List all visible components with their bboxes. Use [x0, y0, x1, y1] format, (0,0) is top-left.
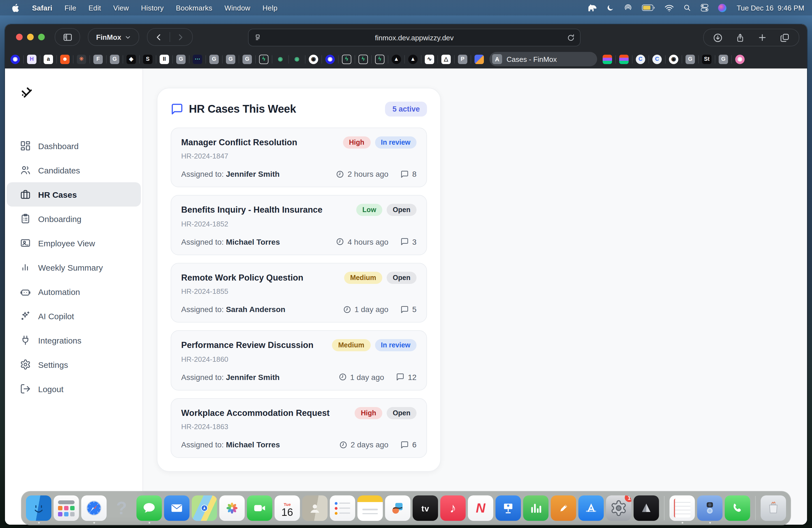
airdrop-icon[interactable] — [623, 4, 632, 12]
menu-item-history[interactable]: History — [135, 4, 170, 12]
favorite-g-grey-icon[interactable]: G — [176, 54, 186, 64]
dock-item-prism[interactable] — [634, 495, 659, 521]
menu-item-help[interactable]: Help — [256, 4, 284, 12]
favorite-storybook-icon[interactable]: St — [702, 54, 711, 64]
favorite-figma-icon[interactable] — [603, 54, 612, 64]
favorite-pen-duotone-icon[interactable] — [475, 54, 484, 64]
dock-item-freeform[interactable] — [385, 495, 410, 521]
sidebar-item-dashboard[interactable]: Dashboard — [6, 134, 141, 158]
favorite-g-grey-icon[interactable]: G — [209, 54, 219, 64]
favorite-sail-white-icon[interactable]: △ — [441, 54, 451, 64]
favorite-spiral-green-icon[interactable]: ◉ — [292, 54, 302, 64]
apple-menu-icon[interactable] — [11, 3, 19, 12]
favorite-diamond-black-icon[interactable]: ◈ — [127, 54, 136, 64]
dock-item-keynote[interactable] — [495, 495, 521, 521]
dock-item-contacts[interactable] — [302, 495, 328, 521]
dock-item-notes[interactable] — [358, 495, 383, 521]
favorite-spiral-green-icon[interactable]: ◉ — [276, 54, 285, 64]
siri-icon[interactable] — [718, 4, 726, 12]
menu-item-safari[interactable]: Safari — [26, 4, 58, 12]
sidebar-item-settings[interactable]: Settings — [6, 352, 141, 377]
favorite-figma-icon[interactable] — [619, 54, 628, 64]
spotlight-search-icon[interactable] — [683, 4, 691, 12]
dock-item-settings[interactable]: 1 — [606, 495, 632, 521]
menu-item-view[interactable]: View — [107, 4, 135, 12]
sidebar-item-onboarding[interactable]: Onboarding — [6, 207, 141, 231]
share-button[interactable] — [735, 32, 745, 43]
favorite-bolt-dark-icon[interactable]: ϟ — [259, 54, 269, 64]
case-card[interactable]: Remote Work Policy QuestionMediumOpenHR-… — [171, 263, 427, 323]
dock-item-camera-app[interactable] — [697, 495, 723, 521]
menu-bar-clock[interactable]: Tue Dec 16 9:46 PM — [737, 4, 804, 12]
sidebar-item-automation[interactable]: Automation — [6, 279, 141, 304]
address-bar[interactable]: finmox.dev.appwizzy.dev — [248, 29, 581, 46]
tab-cases-finmox[interactable]: A Cases - FinMox — [489, 52, 597, 66]
dock-item-appletv[interactable]: tv — [412, 495, 438, 521]
close-window-button[interactable] — [16, 34, 23, 40]
tab-overview-button[interactable] — [779, 32, 790, 43]
page-format-icon[interactable] — [253, 33, 262, 42]
favorite-script-black-icon[interactable]: S — [143, 54, 153, 64]
minimize-window-button[interactable] — [27, 34, 34, 40]
favorite-g-grey-icon[interactable]: G — [685, 54, 695, 64]
favorite-g-grey-icon[interactable]: G — [243, 54, 252, 64]
favorite-g-grey-icon[interactable]: G — [719, 54, 728, 64]
case-card[interactable]: Benefits Inquiry - Health InsuranceLowOp… — [171, 195, 427, 255]
profile-switcher[interactable]: FinMox — [88, 28, 139, 46]
dock-item-help[interactable]: ? — [109, 495, 134, 521]
favorite-dots-dark-icon[interactable]: ⋯ — [193, 54, 202, 64]
zoom-window-button[interactable] — [38, 34, 45, 40]
favorite-reddit-icon[interactable]: ☻ — [60, 54, 70, 64]
sidebar-item-weekly-summary[interactable]: Weekly Summary — [6, 255, 141, 279]
menu-item-file[interactable]: File — [58, 4, 82, 12]
sidebar-item-logout[interactable]: Logout — [6, 377, 141, 401]
sidebar-item-hr-cases[interactable]: HR Cases — [6, 182, 141, 207]
reload-icon[interactable] — [567, 33, 575, 42]
sidebar-toggle-button[interactable] — [55, 28, 80, 46]
pet-icon[interactable] — [586, 4, 597, 12]
menu-item-edit[interactable]: Edit — [82, 4, 107, 12]
new-tab-button[interactable] — [757, 33, 767, 43]
dock-item-numbers[interactable] — [523, 495, 549, 521]
finmox-logo-icon[interactable] — [20, 86, 33, 98]
favorite-openai-white-icon[interactable]: ◉ — [669, 54, 678, 64]
dock-item-news[interactable]: N — [468, 495, 493, 521]
dock-item-safari[interactable] — [81, 495, 106, 521]
favorite-openai-blue-icon[interactable]: ◉ — [325, 54, 335, 64]
wifi-icon[interactable] — [664, 4, 673, 11]
dock-item-appstore[interactable] — [578, 495, 604, 521]
favorite-bolt-dark-icon[interactable]: ϟ — [342, 54, 351, 64]
case-card[interactable]: Manager Conflict ResolutionHighIn review… — [171, 128, 427, 188]
dock-item-messages[interactable] — [136, 495, 162, 521]
dock-item-music[interactable]: ♪ — [440, 495, 466, 521]
dock-item-facetime[interactable] — [247, 495, 272, 521]
sidebar-item-ai-copilot[interactable]: AI Copilot — [6, 304, 141, 328]
sidebar-item-employee-view[interactable]: Employee View — [6, 231, 141, 255]
dock-item-calendar[interactable]: Tue16 — [275, 495, 300, 521]
dock-item-trash[interactable] — [760, 495, 786, 521]
dock-item-textedit[interactable] — [669, 495, 695, 521]
favorite-c-blue-icon[interactable]: C — [652, 54, 662, 64]
back-button[interactable] — [150, 32, 167, 42]
dock-item-finder[interactable] — [26, 495, 52, 521]
forward-button[interactable] — [172, 32, 189, 42]
control-center-icon[interactable] — [700, 4, 708, 12]
favorite-g-grey-icon[interactable]: G — [226, 54, 235, 64]
dock-item-phone[interactable] — [725, 495, 750, 521]
favorite-g-grey-icon[interactable]: G — [110, 54, 119, 64]
menu-item-bookmarks[interactable]: Bookmarks — [170, 4, 218, 12]
sidebar-item-integrations[interactable]: Integrations — [6, 328, 141, 352]
menu-item-window[interactable]: Window — [218, 4, 257, 12]
dock-item-reminders[interactable] — [330, 495, 355, 521]
favorite-h-purple-icon[interactable]: H — [27, 54, 37, 64]
favorite-openai-blue-icon[interactable]: ◉ — [11, 54, 20, 64]
favorite-amazon-icon[interactable]: a — [44, 54, 53, 64]
favorite-bolt-dark-icon[interactable]: ϟ — [375, 54, 385, 64]
favorite-play-black-icon[interactable]: ▲ — [392, 54, 401, 64]
dock-item-launchpad[interactable] — [54, 495, 79, 521]
favorite-swoosh-white-icon[interactable]: ∿ — [425, 54, 434, 64]
favorite-dribbble-icon[interactable]: ◉ — [735, 54, 744, 64]
favorite-hubspot-icon[interactable]: ✳ — [77, 54, 86, 64]
favorite-play-black-icon[interactable]: ▲ — [408, 54, 418, 64]
dock-item-pages[interactable] — [551, 495, 576, 521]
